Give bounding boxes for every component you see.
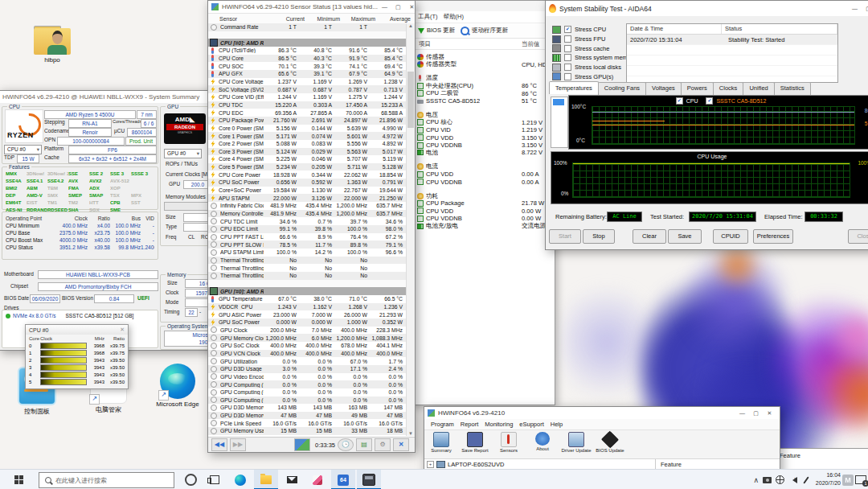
sensor-row[interactable]: Memory Controller ... 481.9 MHz 435.4 MH… xyxy=(208,210,407,218)
sensor-row[interactable] xyxy=(208,31,407,39)
sensor-row[interactable]: Thermal Throttling (... No No No xyxy=(208,257,407,265)
sensor-row[interactable]: Core 2 Power (SMU) 5.088 W 0.083 W 5.556… xyxy=(208,140,407,148)
cn-sensor-row[interactable]: CPU 核心 1.219 V xyxy=(412,119,555,126)
sensor-row[interactable]: CPU (Tctl/Tdie) 86.3 °C 40.8 °C 91.6 °C … xyxy=(208,47,407,55)
task-view-button[interactable] xyxy=(203,470,227,489)
legend-checkbox-cpu[interactable]: ✔ xyxy=(676,97,683,105)
sensor-row[interactable]: CPU TDC Limit 34.6 % 0.7 % 39.7 % 34.6 % xyxy=(208,217,407,225)
cn-sensor-row[interactable]: SSSTC CA5-8D512 51 °C xyxy=(412,97,555,105)
desktop-icon-user-folder[interactable]: hibpo xyxy=(23,26,82,64)
chart-mini-scrollbar[interactable] xyxy=(551,97,568,148)
menu-item[interactable]: Monitoring xyxy=(485,421,513,428)
sensor-row[interactable]: GPU Memory Clock 1,200.0 MHz 6.0 MHz 1,2… xyxy=(208,334,407,342)
toolbar-button[interactable]: Sensors xyxy=(492,432,526,453)
sensor-scrollbar[interactable]: ▲ ▼ xyxy=(406,23,415,436)
sensor-row[interactable]: GPU D3D Memory D... 143 MB 143 MB 163 MB… xyxy=(208,404,407,412)
sensor-row[interactable]: CPU PPT FAST Limit 66.6 % 8.9 % 76.4 % 6… xyxy=(208,233,407,241)
clock-icon[interactable]: 🕒 xyxy=(338,438,354,451)
sensor-row[interactable]: GPU VCN Clock 400.0 MHz 400.0 MHz 400.0 … xyxy=(208,350,407,358)
cn-sensor-row[interactable]: CPU VDDNB 3.150 V xyxy=(412,142,555,149)
sensor-row[interactable]: CPU SoC Power 0.656 W 0.592 W 1.363 W 0.… xyxy=(208,179,407,187)
save-button[interactable]: Save xyxy=(668,229,702,244)
sensor-row[interactable]: GPU D3D Memory D... 47 MB 47 MB 49 MB 47… xyxy=(208,412,407,420)
report-button[interactable]: ▤ xyxy=(356,438,372,451)
sensor-row[interactable]: CPU TDC 15.220 A 0.303 A 17.450 A 15.233… xyxy=(208,101,407,109)
sensor-row[interactable]: GPU [#0]: AMD Ra... xyxy=(208,287,407,295)
cn-sensor-row[interactable]: CPU VID 1.219 V xyxy=(412,126,555,134)
sensor-row[interactable]: PCIe Link Speed 16.0 GT/s 16.0 GT/s 16.0… xyxy=(208,419,407,427)
close-icon[interactable]: ✕ xyxy=(120,327,125,333)
sensor-row[interactable]: Core 4 Power (SMU) 5.225 W 0.046 W 5.707… xyxy=(208,155,407,163)
sensor-row[interactable]: Core 3 Power (SMU) 5.124 W 0.029 W 5.563… xyxy=(208,148,407,156)
taskbar-search-input[interactable]: 在此键入进行搜索 xyxy=(39,472,174,488)
sensor-row[interactable]: Thermal Throttling (... No No No xyxy=(208,264,407,272)
sensor-row[interactable]: CPU [#0]: AMD Ryz... xyxy=(208,39,407,47)
stress-option[interactable]: ✔ Stress local disks xyxy=(552,63,636,72)
sensor-row[interactable]: CPU Core VID (Effe... 1.244 V 1.169 V 1.… xyxy=(208,93,407,101)
taskbar-mail-button[interactable] xyxy=(280,470,304,489)
tray-volume-button[interactable] xyxy=(792,470,797,489)
tree-node[interactable]: ⊟+ LAPTOP-E60S2UVD xyxy=(427,460,655,468)
scrollbar-thumb[interactable] xyxy=(407,72,414,128)
menu-item[interactable]: Help xyxy=(551,421,563,428)
chart-tab[interactable]: Temperatures xyxy=(549,81,599,94)
cn-sensor-row[interactable]: CPU Package 21.78 W xyxy=(412,199,555,207)
sensor-row[interactable]: CPU EDC Limit 99.1 % 39.8 % 100.0 % 98.0… xyxy=(208,225,407,233)
desktop-icon-edge[interactable]: ↗ Microsoft Edge xyxy=(148,364,207,408)
monitors-button[interactable] xyxy=(294,438,310,451)
chart-tab[interactable]: Statistics xyxy=(774,82,811,95)
cn-sensor-row[interactable]: 温度 xyxy=(412,75,555,82)
preferences-button[interactable]: Preferences xyxy=(753,229,793,244)
cn-sensor-row[interactable]: CPU VDDNB 0.00 W xyxy=(412,215,555,222)
toolbar-button[interactable]: BIOS Update xyxy=(593,432,627,453)
chart-tab[interactable]: Voltages xyxy=(645,82,682,95)
checkbox[interactable]: ✔ xyxy=(564,73,571,80)
cn-sensor-row[interactable]: 电池 8.722 V xyxy=(412,149,555,156)
sensor-row[interactable]: GPU ASIC Power 23.000 W 7.000 W 26.000 W… xyxy=(208,310,407,318)
clear-button[interactable]: Clear xyxy=(633,229,666,244)
sensor-row[interactable]: GPU Temperature 67.0 °C 38.0 °C 71.0 °C … xyxy=(208,295,407,303)
sensor-row[interactable]: GPU Clock 200.0 MHz 7.0 MHz 400.0 MHz 22… xyxy=(208,327,407,335)
toolbar-button[interactable]: Driver Update xyxy=(559,432,593,453)
prod-unit-link[interactable]: Prod. Unit xyxy=(125,137,157,146)
sensor-row[interactable]: GPU Computing (Co... 0.0 % 0.0 % 0.0 % 0… xyxy=(208,397,407,405)
drive-link-speed[interactable]: NVMe 4x 8.0 GT/s xyxy=(13,313,55,318)
stop-button[interactable]: Stop xyxy=(583,229,615,244)
cn-sensor-row[interactable]: 传感器 xyxy=(412,53,555,60)
cn-sensor-row[interactable]: CPU VDD 0.00 W xyxy=(412,208,555,215)
menu-tools[interactable]: 工具(T) xyxy=(418,13,438,21)
tray-m-badge[interactable]: M xyxy=(842,470,854,489)
close-button[interactable]: Close xyxy=(848,229,868,244)
tray-network-button[interactable] xyxy=(776,470,784,489)
sensor-row[interactable]: Core 1 Power (SMU) 5.171 W 0.074 W 5.601… xyxy=(208,132,407,140)
start-button[interactable]: Start xyxy=(549,229,581,244)
action-center-button[interactable]: 1 xyxy=(855,470,866,489)
start-button[interactable] xyxy=(0,470,37,489)
sensor-row[interactable]: VDDCR_CPU 1.243 V 1.162 V 1.268 V 1.236 … xyxy=(208,303,407,311)
checkbox[interactable]: ✔ xyxy=(564,45,571,52)
cn-sensor-row[interactable]: CPU VDDNB 0.00 A xyxy=(412,178,555,185)
next-page-button[interactable]: ▶▶ xyxy=(230,438,246,451)
chart-tab[interactable]: Cooling Fans xyxy=(598,82,646,95)
checkbox[interactable]: ✔ xyxy=(564,35,571,43)
sensor-row[interactable]: APU GFX 65.6 °C 39.1 °C 67.9 °C 64.9 °C xyxy=(208,70,407,78)
sensor-row[interactable] xyxy=(208,280,407,288)
minimize-button[interactable]: — xyxy=(848,6,862,11)
stress-option[interactable]: ✔ Stress system memory xyxy=(552,53,636,63)
sensor-row[interactable]: CPU Package Powe... 21.760 W 2.691 W 24.… xyxy=(208,117,407,125)
sensor-row[interactable]: CPU Core Voltage (... 1.237 V 1.169 V 1.… xyxy=(208,78,407,86)
cn-sensor-row[interactable]: CPU VDD 0.00 A xyxy=(412,171,555,178)
menu-help[interactable]: 帮助(H) xyxy=(444,13,464,21)
aida-titlebar[interactable]: System Stability Test - AIDA64 — ▢ xyxy=(546,1,868,16)
sensor-row[interactable]: GPU Video Encode ... 0.0 % 0.0 % 0.0 % 0… xyxy=(208,373,407,381)
cortana-button[interactable] xyxy=(178,470,203,489)
sensor-row[interactable]: GPU SoC Power 0.000 W 0.000 W 1.000 W 0.… xyxy=(208,318,407,327)
sensor-row[interactable]: Core 5 Power (SMU) 5.234 W 0.205 W 5.711… xyxy=(208,163,407,171)
close-button[interactable]: ✕ xyxy=(405,4,415,10)
prev-page-button[interactable]: ◀◀ xyxy=(211,438,227,451)
taskbar-snip-button[interactable] xyxy=(305,470,330,489)
sensor-row[interactable]: SoC Voltage (SVI2 ... 0.687 V 0.687 V 0.… xyxy=(208,85,407,93)
sensor-row[interactable]: CPU SOC 70.1 °C 39.3 °C 74.1 °C 69.4 °C xyxy=(208,62,407,70)
close-button[interactable]: ✕ xyxy=(763,410,776,417)
toolbar-button[interactable]: About xyxy=(526,432,559,451)
